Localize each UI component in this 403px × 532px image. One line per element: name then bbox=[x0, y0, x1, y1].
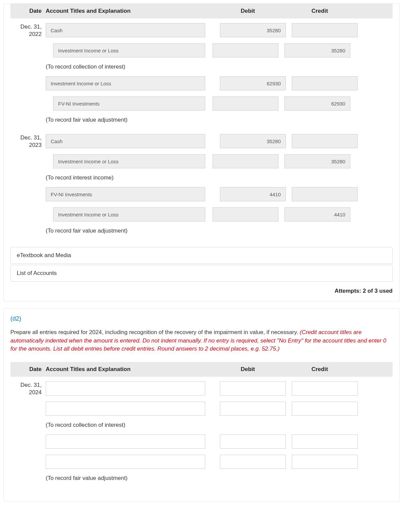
input-row: Investment Income or Loss4410 bbox=[46, 207, 393, 221]
account-title-input[interactable] bbox=[46, 381, 205, 396]
explanation-text: (To record interest income) bbox=[46, 174, 393, 181]
header-date: Date bbox=[10, 8, 46, 14]
account-title-input[interactable]: Investment Income or Loss bbox=[53, 43, 205, 57]
account-title-input[interactable] bbox=[46, 435, 205, 449]
date-cell: Dec. 31, 2022 bbox=[10, 23, 46, 129]
explanation-text: (To record fair value adjustment) bbox=[46, 228, 393, 234]
debit-input[interactable] bbox=[213, 154, 278, 168]
account-title-input[interactable]: Investment Income or Loss bbox=[46, 76, 205, 90]
credit-input[interactable] bbox=[292, 455, 358, 469]
table-header: Date Account Titles and Explanation Debi… bbox=[10, 4, 393, 18]
debit-input[interactable] bbox=[213, 96, 278, 111]
input-row bbox=[46, 455, 393, 469]
date-cell: Dec. 31, 2023 bbox=[10, 134, 46, 240]
journal-table-1: Date Account Titles and Explanation Debi… bbox=[10, 4, 393, 240]
input-row bbox=[46, 381, 393, 396]
credit-input[interactable] bbox=[292, 435, 358, 449]
header-credit: Credit bbox=[284, 366, 356, 373]
input-row: Cash35280 bbox=[46, 134, 393, 148]
debit-input[interactable] bbox=[213, 43, 278, 57]
account-title-input[interactable]: Investment Income or Loss bbox=[53, 154, 205, 168]
date-cell: Dec. 31, 2024 bbox=[10, 381, 46, 488]
debit-input[interactable]: 35280 bbox=[220, 134, 286, 148]
account-title-input[interactable]: Investment Income or Loss bbox=[53, 207, 205, 221]
credit-input[interactable] bbox=[292, 134, 358, 148]
debit-input[interactable] bbox=[220, 435, 286, 449]
input-row: Investment Income or Loss35280 bbox=[46, 154, 393, 168]
entry-block: Dec. 31, 2023Cash35280Investment Income … bbox=[10, 129, 393, 240]
header-account: Account Titles and Explanation bbox=[46, 366, 212, 373]
d2-label: (d2) bbox=[10, 309, 393, 328]
explanation-text: (To record collection of interest) bbox=[46, 64, 393, 70]
account-title-input[interactable]: Cash bbox=[46, 134, 205, 148]
entry-block: Dec. 31, 2024(To record collection of in… bbox=[10, 377, 393, 488]
explanation-text: (To record fair value adjustment) bbox=[46, 475, 393, 482]
account-title-input[interactable]: Cash bbox=[46, 23, 205, 37]
account-title-input[interactable] bbox=[46, 455, 205, 469]
debit-input[interactable] bbox=[213, 207, 278, 221]
rows-cell: Cash35280Investment Income or Loss35280(… bbox=[46, 23, 393, 129]
input-row: Investment Income or Loss35280 bbox=[46, 43, 393, 57]
journal-section-d2: (d2) Prepare all entries required for 20… bbox=[3, 308, 400, 501]
header-account: Account Titles and Explanation bbox=[46, 8, 212, 14]
header-debit: Debit bbox=[212, 8, 284, 14]
input-row bbox=[46, 435, 393, 449]
account-title-input[interactable]: FV-NI Investments bbox=[53, 96, 205, 111]
input-row: FV-NI Investments4410 bbox=[46, 187, 393, 201]
list-of-accounts-button[interactable]: List of Accounts bbox=[10, 265, 393, 282]
credit-input[interactable] bbox=[292, 402, 358, 416]
input-row: Cash35280 bbox=[46, 23, 393, 37]
rows-cell: (To record collection of interest)(To re… bbox=[46, 381, 393, 488]
explanation-text: (To record fair value adjustment) bbox=[46, 117, 393, 123]
credit-input[interactable] bbox=[292, 23, 358, 37]
header-date: Date bbox=[10, 366, 46, 373]
table-header: Date Account Titles and Explanation Debi… bbox=[10, 362, 393, 377]
attempts-text: Attempts: 2 of 3 used bbox=[10, 288, 393, 294]
journal-section-1: Date Account Titles and Explanation Debi… bbox=[3, 3, 400, 301]
rows-cell: Cash35280Investment Income or Loss35280(… bbox=[46, 134, 393, 240]
credit-input[interactable] bbox=[292, 381, 358, 396]
debit-input[interactable]: 4410 bbox=[220, 187, 286, 201]
debit-input[interactable] bbox=[220, 381, 286, 396]
etextbook-button[interactable]: eTextbook and Media bbox=[10, 247, 393, 264]
credit-input[interactable] bbox=[292, 187, 358, 201]
journal-table-d2: Date Account Titles and Explanation Debi… bbox=[10, 362, 393, 488]
credit-input[interactable]: 4410 bbox=[284, 207, 350, 221]
account-title-input[interactable] bbox=[46, 402, 205, 416]
debit-input[interactable]: 62930 bbox=[220, 76, 286, 90]
header-debit: Debit bbox=[212, 366, 284, 373]
entry-block: Dec. 31, 2022Cash35280Investment Income … bbox=[10, 18, 393, 129]
credit-input[interactable] bbox=[292, 76, 358, 90]
input-row: Investment Income or Loss62930 bbox=[46, 76, 393, 90]
debit-input[interactable]: 35280 bbox=[220, 23, 286, 37]
credit-input[interactable]: 35280 bbox=[284, 154, 350, 168]
credit-input[interactable]: 35280 bbox=[284, 43, 350, 57]
header-credit: Credit bbox=[284, 8, 356, 14]
account-title-input[interactable]: FV-NI Investments bbox=[46, 187, 205, 201]
credit-input[interactable]: 62930 bbox=[284, 96, 350, 111]
explanation-text: (To record collection of interest) bbox=[46, 422, 393, 428]
d2-instructions: Prepare all entries required for 2024, i… bbox=[10, 328, 393, 353]
debit-input[interactable] bbox=[220, 402, 286, 416]
input-row bbox=[46, 402, 393, 416]
instruct-plain: Prepare all entries required for 2024, i… bbox=[10, 329, 300, 335]
debit-input[interactable] bbox=[220, 455, 286, 469]
input-row: FV-NI Investments62930 bbox=[46, 96, 393, 111]
